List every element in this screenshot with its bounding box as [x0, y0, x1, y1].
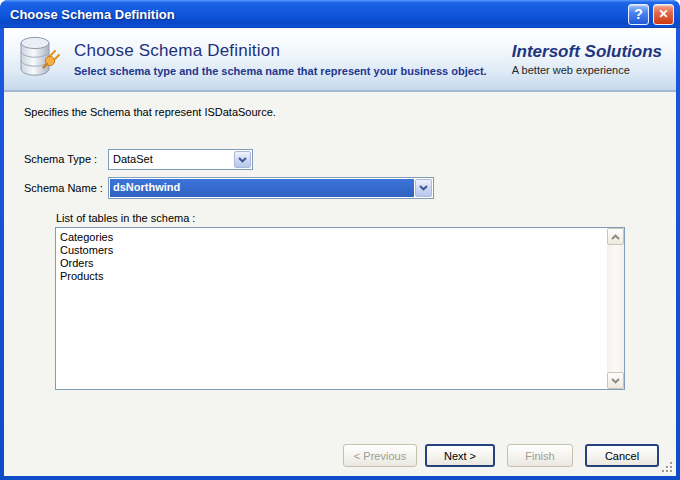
schema-type-dropdown[interactable]: DataSet — [108, 149, 253, 170]
wizard-header: Choose Schema Definition Select schema t… — [4, 28, 676, 92]
next-button[interactable]: Next > — [425, 444, 495, 467]
scroll-up-button[interactable] — [607, 228, 624, 245]
help-icon: ? — [634, 6, 643, 22]
dialog-frame: Choose Schema Definition Select schema t… — [4, 28, 676, 476]
schema-type-value: DataSet — [109, 150, 233, 169]
dialog-window: Choose Schema Definition ? ✕ — [0, 0, 680, 480]
schema-name-dropdown-button[interactable] — [415, 179, 432, 197]
finish-button: Finish — [507, 444, 573, 467]
schema-type-label: Schema Type : — [24, 149, 97, 170]
vertical-scrollbar[interactable] — [607, 228, 624, 389]
description-text: Specifies the Schema that represent ISDa… — [24, 106, 276, 118]
help-button[interactable]: ? — [628, 4, 649, 25]
chevron-down-icon — [238, 157, 247, 163]
dialog-body: Specifies the Schema that represent ISDa… — [4, 92, 676, 476]
previous-button: < Previous — [343, 444, 417, 467]
chevron-down-icon — [611, 378, 620, 384]
chevron-up-icon — [611, 234, 620, 240]
cancel-button[interactable]: Cancel — [585, 444, 659, 467]
schema-name-label: Schema Name : — [24, 177, 103, 199]
scroll-down-button[interactable] — [607, 372, 624, 389]
header-text: Choose Schema Definition Select schema t… — [74, 41, 487, 77]
titlebar[interactable]: Choose Schema Definition ? ✕ — [0, 0, 680, 28]
list-item[interactable]: Categories — [58, 231, 604, 244]
list-item[interactable]: Products — [58, 270, 604, 283]
page-title: Choose Schema Definition — [74, 41, 487, 61]
chevron-down-icon — [419, 185, 428, 191]
resize-grip[interactable] — [660, 460, 673, 473]
list-item[interactable]: Customers — [58, 244, 604, 257]
list-item[interactable]: Orders — [58, 257, 604, 270]
schema-name-value: dsNorthwind — [110, 179, 414, 197]
brand-tagline: A better web experience — [512, 64, 662, 76]
window-title: Choose Schema Definition — [10, 7, 624, 22]
schema-name-dropdown[interactable]: dsNorthwind — [108, 177, 434, 199]
brand-block: Intersoft Solutions A better web experie… — [512, 42, 662, 76]
database-plug-icon — [16, 34, 62, 84]
schema-type-dropdown-button[interactable] — [234, 151, 251, 168]
tables-listbox: Categories Customers Orders Products — [55, 227, 625, 390]
brand-name: Intersoft Solutions — [512, 42, 662, 62]
page-subtitle: Select schema type and the schema name t… — [74, 65, 487, 77]
tables-list-label: List of tables in the schema : — [56, 212, 195, 224]
close-button[interactable]: ✕ — [653, 4, 674, 25]
tables-list: Categories Customers Orders Products — [58, 231, 604, 283]
close-icon: ✕ — [658, 7, 668, 21]
